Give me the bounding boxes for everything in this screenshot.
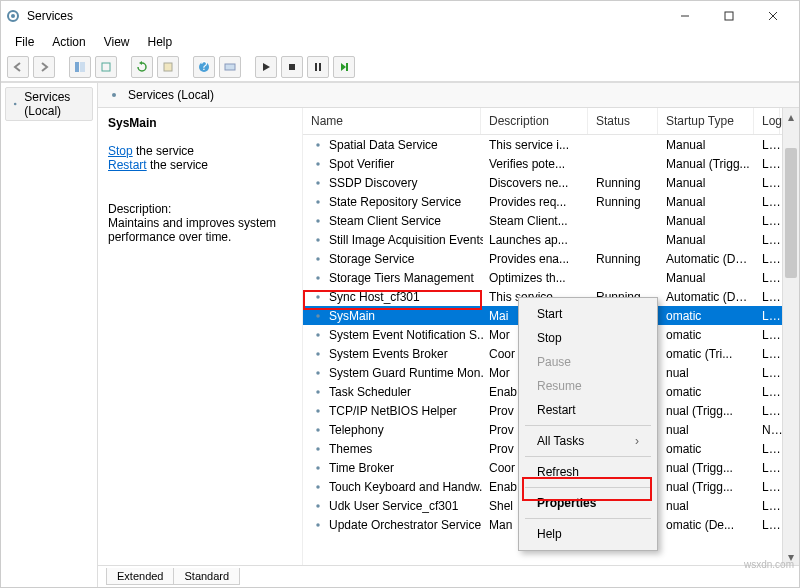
scrollbar-vertical[interactable]: ▴ ▾ bbox=[782, 108, 799, 565]
ctx-separator bbox=[525, 487, 651, 488]
gear-icon bbox=[311, 252, 325, 266]
stop-link[interactable]: Stop bbox=[108, 144, 133, 158]
svg-point-46 bbox=[316, 371, 320, 375]
scroll-up-icon[interactable]: ▴ bbox=[783, 108, 799, 125]
cell-name: System Event Notification S... bbox=[305, 327, 483, 343]
svg-point-60 bbox=[316, 504, 320, 508]
cell-startup: omatic (Tri... bbox=[660, 346, 756, 362]
export-button[interactable] bbox=[95, 56, 117, 78]
pause-service-button[interactable] bbox=[307, 56, 329, 78]
cell-logon: Loc bbox=[756, 175, 782, 191]
details-panel: SysMain Stop the service Restart the ser… bbox=[98, 108, 303, 565]
restart-suffix: the service bbox=[147, 158, 208, 172]
tree-item-services-local[interactable]: Services (Local) bbox=[5, 87, 93, 121]
cell-logon: Loc bbox=[756, 194, 782, 210]
cell-desc: Steam Client... bbox=[483, 213, 590, 229]
menubar: File Action View Help bbox=[1, 31, 799, 53]
cell-logon: Loc bbox=[756, 441, 782, 457]
cell-startup: Automatic (De... bbox=[660, 289, 756, 305]
window-title: Services bbox=[27, 9, 663, 23]
gear-icon bbox=[311, 480, 325, 494]
properties-toolbar-button[interactable] bbox=[157, 56, 179, 78]
table-row[interactable]: Steam Client ServiceSteam Client...Manua… bbox=[303, 211, 782, 230]
table-row[interactable]: SSDP DiscoveryDiscovers ne...RunningManu… bbox=[303, 173, 782, 192]
cell-startup: nual (Trigg... bbox=[660, 460, 756, 476]
run-dialog-button[interactable] bbox=[219, 56, 241, 78]
cell-status bbox=[590, 277, 660, 279]
forward-button[interactable] bbox=[33, 56, 55, 78]
gear-icon bbox=[106, 87, 122, 103]
cell-status: Running bbox=[590, 194, 660, 210]
ctx-properties[interactable]: Properties bbox=[521, 491, 655, 515]
svg-point-50 bbox=[316, 409, 320, 413]
cell-startup: Automatic (De... bbox=[660, 251, 756, 267]
menu-view[interactable]: View bbox=[96, 33, 138, 51]
table-row[interactable]: State Repository ServiceProvides req...R… bbox=[303, 192, 782, 211]
gear-icon bbox=[311, 176, 325, 190]
restart-link[interactable]: Restart bbox=[108, 158, 147, 172]
gear-icon bbox=[311, 214, 325, 228]
table-row[interactable]: Spot VerifierVerifies pote...Manual (Tri… bbox=[303, 154, 782, 173]
ctx-restart[interactable]: Restart bbox=[521, 398, 655, 422]
menu-action[interactable]: Action bbox=[44, 33, 93, 51]
gear-icon bbox=[311, 157, 325, 171]
minimize-button[interactable] bbox=[663, 2, 707, 30]
svg-point-40 bbox=[316, 314, 320, 318]
col-status[interactable]: Status bbox=[588, 108, 658, 134]
ctx-all-tasks[interactable]: All Tasks bbox=[521, 429, 655, 453]
col-startup[interactable]: Startup Type bbox=[658, 108, 754, 134]
cell-desc: Optimizes th... bbox=[483, 270, 590, 286]
ctx-start[interactable]: Start bbox=[521, 302, 655, 326]
svg-point-36 bbox=[316, 276, 320, 280]
start-service-button[interactable] bbox=[255, 56, 277, 78]
watermark: wsxdn.com bbox=[744, 559, 794, 570]
table-row[interactable]: Spatial Data ServiceThis service i...Man… bbox=[303, 135, 782, 154]
stop-service-button[interactable] bbox=[281, 56, 303, 78]
svg-rect-14 bbox=[315, 63, 317, 71]
tree-item-label: Services (Local) bbox=[24, 90, 88, 118]
svg-point-48 bbox=[316, 390, 320, 394]
ctx-separator bbox=[525, 518, 651, 519]
cell-logon: Loc bbox=[756, 137, 782, 153]
svg-point-30 bbox=[316, 219, 320, 223]
cell-name: System Guard Runtime Mon... bbox=[305, 365, 483, 381]
selected-service-name: SysMain bbox=[108, 116, 292, 130]
show-hide-tree-button[interactable] bbox=[69, 56, 91, 78]
col-logon[interactable]: Log bbox=[754, 108, 780, 134]
restart-service-button[interactable] bbox=[333, 56, 355, 78]
ctx-refresh[interactable]: Refresh bbox=[521, 460, 655, 484]
close-button[interactable] bbox=[751, 2, 795, 30]
back-button[interactable] bbox=[7, 56, 29, 78]
cell-startup: omatic bbox=[660, 441, 756, 457]
gear-icon bbox=[311, 423, 325, 437]
tab-extended[interactable]: Extended bbox=[106, 568, 174, 585]
help-toolbar-button[interactable]: ? bbox=[193, 56, 215, 78]
cell-logon: Loc bbox=[756, 460, 782, 476]
cell-name: Still Image Acquisition Events bbox=[305, 232, 483, 248]
cell-desc: Provides req... bbox=[483, 194, 590, 210]
table-row[interactable]: Storage Tiers ManagementOptimizes th...M… bbox=[303, 268, 782, 287]
svg-rect-13 bbox=[289, 64, 295, 70]
cell-name: SysMain bbox=[305, 308, 483, 324]
scroll-thumb[interactable] bbox=[785, 148, 797, 278]
cell-logon: Loc bbox=[756, 156, 782, 172]
description-label: Description: bbox=[108, 202, 292, 216]
cell-startup: nual bbox=[660, 365, 756, 381]
cell-startup: omatic bbox=[660, 384, 756, 400]
menu-file[interactable]: File bbox=[7, 33, 42, 51]
tab-standard[interactable]: Standard bbox=[173, 568, 240, 585]
menu-help[interactable]: Help bbox=[140, 33, 181, 51]
col-description[interactable]: Description bbox=[481, 108, 588, 134]
ctx-stop[interactable]: Stop bbox=[521, 326, 655, 350]
gear-icon bbox=[311, 290, 325, 304]
maximize-button[interactable] bbox=[707, 2, 751, 30]
tree-pane: Services (Local) bbox=[1, 83, 98, 587]
table-row[interactable]: Storage ServiceProvides ena...RunningAut… bbox=[303, 249, 782, 268]
table-row[interactable]: Still Image Acquisition EventsLaunches a… bbox=[303, 230, 782, 249]
svg-point-42 bbox=[316, 333, 320, 337]
cell-status bbox=[590, 144, 660, 146]
col-name[interactable]: Name bbox=[303, 108, 481, 134]
ctx-resume: Resume bbox=[521, 374, 655, 398]
ctx-help[interactable]: Help bbox=[521, 522, 655, 546]
refresh-button[interactable] bbox=[131, 56, 153, 78]
